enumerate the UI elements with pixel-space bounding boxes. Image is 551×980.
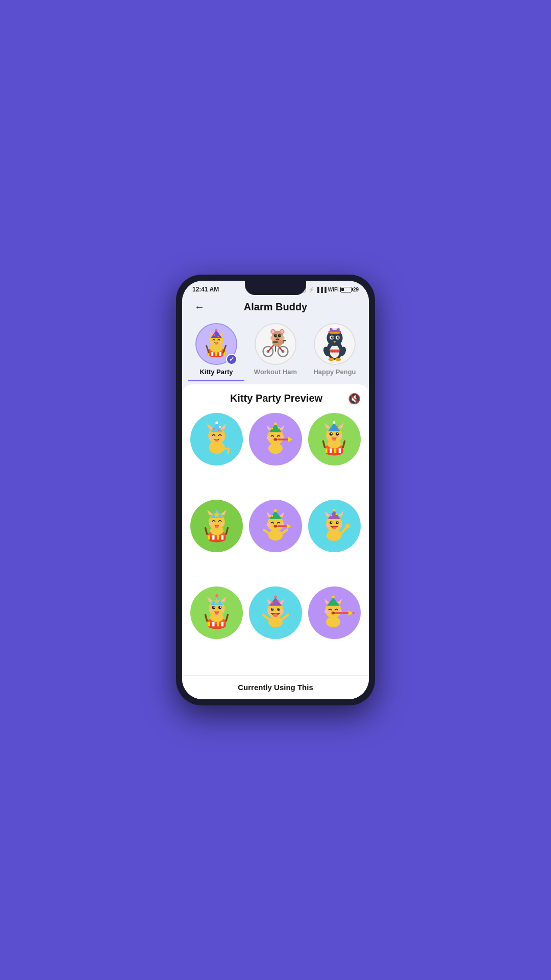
svg-rect-139	[217, 535, 219, 540]
sticker-6[interactable]	[308, 500, 361, 552]
svg-point-126	[331, 433, 333, 434]
svg-point-62	[332, 336, 333, 337]
tab-kitty-party-label: Kitty Party	[199, 368, 233, 376]
svg-point-21	[210, 340, 213, 344]
svg-point-46	[280, 334, 281, 335]
svg-point-41	[271, 330, 274, 333]
svg-point-230	[272, 608, 273, 609]
svg-point-206	[215, 594, 218, 597]
sticker-3[interactable]	[308, 413, 361, 465]
preview-area: Kitty Party Preview 🔇	[182, 384, 369, 675]
svg-rect-140	[221, 535, 223, 540]
svg-point-181	[336, 513, 338, 515]
mute-button[interactable]: 🔇	[348, 393, 361, 405]
svg-point-128	[327, 435, 330, 438]
svg-point-89	[215, 439, 218, 442]
selected-check-badge: ✓	[226, 354, 237, 365]
svg-rect-111	[330, 448, 332, 453]
tab-kitty-party[interactable]: ✓ Kitty Party	[188, 323, 244, 381]
preview-title: Kitty Party Preview	[205, 393, 348, 404]
svg-point-129	[338, 435, 342, 438]
back-arrow-icon: ←	[194, 301, 205, 312]
svg-rect-198	[221, 622, 223, 626]
footer-bar: Currently Using This	[182, 675, 369, 699]
svg-point-121	[333, 421, 336, 424]
svg-point-213	[221, 608, 224, 612]
sticker-2[interactable]	[249, 413, 302, 465]
footer-label: Currently Using This	[238, 683, 313, 692]
workout-ham-avatar	[255, 323, 296, 365]
svg-point-48	[272, 341, 279, 343]
sticker-grid	[190, 413, 361, 667]
svg-rect-5	[211, 352, 213, 356]
svg-point-190	[345, 524, 350, 528]
svg-point-162	[274, 509, 277, 511]
sticker-5[interactable]	[249, 500, 302, 552]
notch	[245, 281, 306, 295]
svg-point-227	[278, 600, 280, 602]
svg-point-229	[278, 608, 280, 610]
sticker-4[interactable]	[190, 500, 243, 552]
sticker-9[interactable]	[308, 586, 361, 639]
svg-point-226	[271, 602, 273, 604]
tab-workout-ham[interactable]: Workout Ham	[247, 323, 304, 381]
preview-header: Kitty Party Preview 🔇	[190, 393, 361, 405]
svg-point-182	[330, 521, 333, 524]
svg-point-233	[280, 610, 284, 614]
back-button[interactable]: ←	[192, 299, 207, 315]
svg-point-130	[333, 438, 336, 440]
svg-point-122	[330, 427, 332, 429]
signal-bars: ▐▐▐	[316, 287, 327, 292]
svg-rect-138	[212, 535, 214, 540]
svg-point-42	[281, 330, 284, 333]
sticker-7[interactable]	[190, 586, 243, 639]
sticker-1[interactable]	[190, 413, 243, 465]
svg-point-100	[278, 427, 280, 429]
app-content: ← Alarm Buddy	[182, 295, 369, 699]
svg-point-73	[328, 358, 334, 361]
svg-point-20	[215, 342, 218, 345]
bluetooth-icon: ⚡	[308, 287, 314, 292]
svg-point-180	[331, 514, 333, 517]
svg-rect-196	[212, 622, 214, 626]
svg-point-87	[210, 436, 213, 439]
tab-happy-pengu[interactable]: Happy Pengu	[307, 323, 363, 381]
phone-frame: 12:41 AM ⏰ ⚡ ▐▐▐ WiFi 29 ← Alarm Buddy	[176, 275, 375, 705]
svg-point-187	[339, 523, 342, 527]
svg-point-88	[220, 436, 224, 439]
svg-point-211	[219, 606, 221, 608]
svg-rect-6	[215, 352, 217, 356]
battery-icon	[340, 287, 352, 292]
svg-rect-57	[330, 332, 340, 334]
tab-workout-ham-label: Workout Ham	[254, 368, 297, 376]
svg-point-83	[215, 422, 218, 424]
svg-rect-7	[219, 352, 221, 356]
svg-point-43	[274, 334, 277, 337]
svg-point-232	[267, 610, 271, 614]
svg-point-85	[217, 429, 219, 431]
svg-point-63	[338, 336, 339, 337]
svg-point-18	[214, 334, 215, 336]
svg-point-228	[271, 608, 273, 610]
svg-rect-249	[335, 612, 348, 614]
svg-point-186	[327, 523, 330, 527]
svg-point-151	[215, 525, 218, 528]
svg-rect-167	[278, 525, 287, 527]
svg-point-44	[278, 334, 281, 337]
svg-point-225	[274, 595, 277, 598]
svg-point-149	[209, 522, 213, 525]
svg-point-19	[217, 336, 219, 337]
svg-point-47	[277, 337, 279, 339]
svg-point-86	[219, 426, 221, 428]
sticker-8[interactable]	[249, 586, 302, 639]
svg-point-246	[324, 610, 330, 614]
svg-rect-113	[339, 448, 341, 453]
svg-rect-197	[217, 622, 219, 626]
svg-point-98	[274, 422, 277, 425]
kitty-party-avatar: ✓	[195, 323, 237, 365]
battery-label: 29	[353, 287, 359, 292]
svg-rect-104	[278, 438, 289, 440]
svg-point-212	[209, 608, 213, 612]
buddy-tabs: ✓ Kitty Party	[182, 317, 369, 381]
svg-point-183	[336, 521, 339, 524]
